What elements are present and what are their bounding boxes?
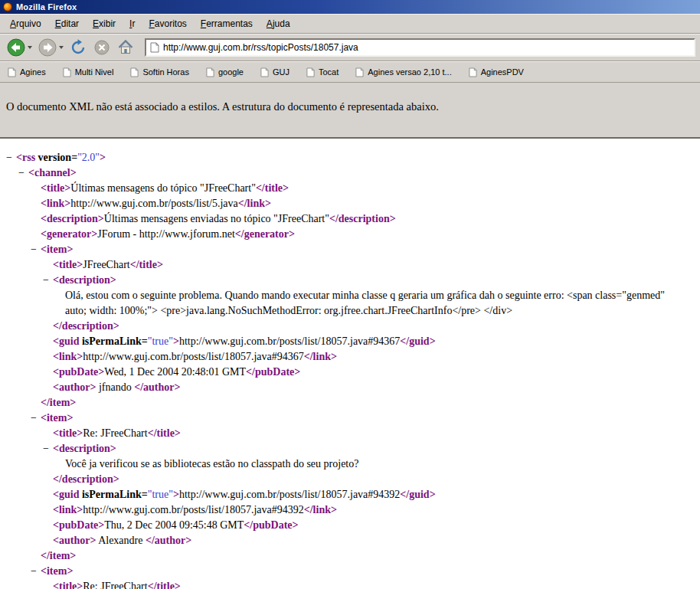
bookmark-label: google	[218, 67, 244, 77]
back-dropdown-icon[interactable]	[28, 46, 32, 49]
xml-tag: <link>	[41, 198, 70, 209]
xml-tag: </link>	[238, 198, 271, 209]
xml-line: <author> Alexandre </author>	[6, 533, 700, 548]
xml-text: Thu, 2 Dec 2004 09:45:48 GMT	[104, 519, 244, 531]
bookmark-page-icon	[206, 67, 214, 77]
xml-text: JForum - http://www.jforum.net	[97, 228, 235, 240]
menu-exibir[interactable]: Exibir	[86, 16, 123, 31]
bookmark-guj[interactable]: GUJ	[260, 67, 289, 77]
xml-line: <author> jfnando </author>	[6, 380, 700, 395]
menu-ir[interactable]: Ir	[123, 16, 142, 31]
xml-val: "true"	[148, 335, 173, 347]
address-bar[interactable]	[145, 38, 695, 57]
menu-favoritos[interactable]: Favoritos	[142, 16, 193, 31]
bookmark-page-icon	[8, 67, 16, 77]
xml-tag: </title>	[148, 427, 181, 439]
xml-text: http://www.guj.com.br/posts/list/5.java	[70, 198, 237, 209]
xml-text: Olá, estou com o seguinte problema. Quan…	[65, 290, 665, 301]
xml-line: auto; width: 100%;"> <pre>java.lang.NoSu…	[6, 303, 700, 319]
stop-icon	[93, 38, 111, 57]
xml-tag: >	[100, 152, 106, 163]
xml-line: Olá, estou com o seguinte problema. Quan…	[6, 288, 700, 303]
xml-tag: <channel>	[28, 167, 77, 178]
bookmark-google[interactable]: google	[206, 67, 244, 77]
reload-icon	[69, 38, 87, 57]
bookmark-page-icon	[306, 67, 315, 77]
collapse-toggle[interactable]: −	[31, 411, 41, 426]
xml-tag: <title>	[53, 259, 83, 270]
collapse-toggle[interactable]: −	[31, 242, 41, 257]
page-icon	[150, 42, 159, 53]
bookmarks-bar: AginesMulti NivelSoftin HorasgoogleGUJTo…	[0, 61, 700, 83]
xml-line: <description>Últimas mensagens enviadas …	[6, 211, 700, 227]
bookmark-multi-nivel[interactable]: Multi Nivel	[63, 67, 114, 77]
back-button[interactable]	[5, 37, 34, 58]
forward-button[interactable]	[36, 37, 65, 58]
xml-line: −<item>	[6, 564, 700, 579]
bookmark-label: Agines versao 2,10 t...	[368, 67, 451, 77]
firefox-icon	[3, 2, 12, 11]
xml-text: Últimas mensagens enviadas no tópico "JF…	[104, 213, 329, 224]
xml-line: <link>http://www.guj.com.br/posts/list/1…	[6, 349, 700, 365]
stop-button[interactable]	[91, 38, 113, 57]
xml-line: </item>	[6, 548, 700, 564]
xml-tag: </description>	[53, 320, 119, 332]
reload-button[interactable]	[67, 38, 89, 57]
collapse-toggle[interactable]: −	[31, 564, 41, 579]
xml-line: −<item>	[6, 411, 700, 426]
xml-text: http://www.guj.com.br/posts/list/18057.j…	[179, 489, 400, 500]
xml-tag: <guid	[53, 489, 79, 500]
forward-dropdown-icon[interactable]	[59, 46, 64, 49]
xml-tag: </author>	[134, 381, 180, 393]
bookmark-page-icon	[130, 67, 139, 77]
bookmark-agines[interactable]: Agines	[8, 67, 46, 77]
xml-line: <title>Re: JFreeChart</title>	[6, 426, 700, 441]
xml-tag: </author>	[146, 535, 191, 546]
bookmark-softin-horas[interactable]: Softin Horas	[130, 67, 189, 77]
xml-tag: </description>	[53, 473, 119, 485]
xml-tag: </link>	[304, 351, 337, 362]
menu-ajuda[interactable]: Ajuda	[260, 16, 297, 31]
xml-tag: </generator>	[235, 228, 295, 240]
xml-text: auto; width: 100%;"> <pre>java.lang.NoSu…	[65, 305, 512, 316]
url-input[interactable]	[163, 42, 690, 53]
window-title: Mozilla Firefox	[16, 2, 77, 11]
menu-ferramentas[interactable]: Ferramentas	[194, 16, 260, 31]
xml-line: <link>http://www.guj.com.br/posts/list/5…	[6, 196, 700, 211]
xml-tag: </description>	[329, 213, 396, 224]
bookmark-aginespdv[interactable]: AginesPDV	[469, 67, 524, 77]
collapse-toggle[interactable]: −	[18, 165, 28, 181]
bookmark-label: Agines	[20, 67, 46, 77]
collapse-toggle[interactable]: −	[43, 273, 53, 288]
xml-text: Re: JFreeChart	[83, 581, 147, 589]
xml-tag: <item>	[41, 412, 73, 424]
xml-tag: </title>	[256, 182, 289, 194]
xml-text: Wed, 1 Dec 2004 20:48:01 GMT	[104, 366, 246, 378]
collapse-toggle[interactable]: −	[6, 150, 16, 165]
menu-arquivo[interactable]: Arquivo	[3, 16, 48, 31]
xml-tag: <description>	[41, 213, 104, 224]
xml-style-banner: O documento XML não está associado a est…	[0, 83, 700, 139]
xml-line: <guid isPermaLink="true">http://www.guj.…	[6, 334, 700, 349]
xml-line: Você ja verificou se as bibliotecas estã…	[6, 456, 700, 472]
xml-line: <link>http://www.guj.com.br/posts/list/1…	[6, 502, 700, 518]
collapse-toggle[interactable]: −	[43, 441, 53, 456]
bookmark-agines-versao-2-10-t[interactable]: Agines versao 2,10 t...	[355, 67, 451, 77]
xml-line: <title>Últimas mensagens do tópico "JFre…	[6, 181, 700, 196]
xml-tag: <title>	[53, 427, 83, 439]
xml-line: <pubDate>Wed, 1 Dec 2004 20:48:01 GMT</p…	[6, 365, 700, 380]
home-button[interactable]	[115, 38, 136, 57]
xml-tag: <guid	[53, 335, 79, 347]
xml-tag: <title>	[41, 182, 70, 194]
xml-attr: isPermaLink=	[79, 489, 147, 500]
bookmark-page-icon	[469, 67, 477, 77]
xml-text: Você ja verificou se as bibliotecas estã…	[65, 458, 358, 470]
bookmark-tocat[interactable]: Tocat	[306, 67, 339, 77]
forward-icon	[38, 38, 57, 57]
xml-line: −<item>	[6, 242, 700, 257]
bookmark-label: AginesPDV	[481, 67, 524, 77]
menu-editar[interactable]: Editar	[48, 16, 86, 31]
xml-tag: </link>	[304, 504, 337, 515]
xml-tag: </pubDate>	[244, 519, 298, 531]
xml-tag: </guid>	[400, 489, 435, 500]
